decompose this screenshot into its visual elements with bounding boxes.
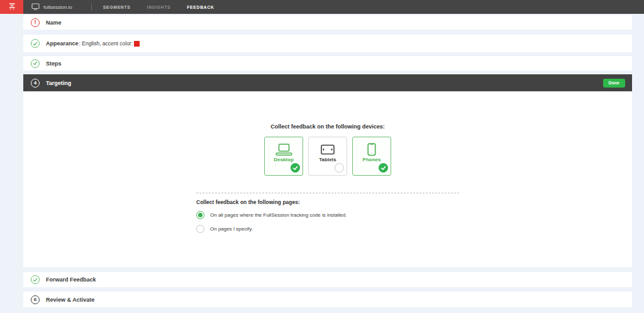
radio-unselected-icon	[196, 225, 204, 233]
step-steps-label: Steps	[46, 60, 62, 67]
radio-all-pages-label: On all pages where the FullSession track…	[210, 212, 347, 218]
desktop-icon	[275, 143, 292, 156]
targeting-panel: Collect feedback on the following device…	[23, 91, 632, 267]
app-logo[interactable]	[0, 0, 23, 14]
phone-icon	[367, 143, 376, 156]
done-button[interactable]: Done	[603, 79, 626, 88]
selected-check-icon	[379, 163, 388, 173]
step-appearance-label: Appearance	[46, 40, 79, 47]
check-circle-icon	[31, 59, 40, 68]
device-card-tablets[interactable]: Tablets	[308, 137, 347, 176]
app-window: fullsession.io SEGMENTS INSIGHTS FEEDBAC…	[0, 0, 644, 313]
section-divider	[196, 193, 459, 193]
wizard-steps: ! Name Appearance: English, accent color…	[23, 15, 632, 307]
nav-insights[interactable]: INSIGHTS	[147, 5, 171, 9]
monitor-icon	[31, 3, 40, 11]
selected-check-icon	[291, 163, 300, 173]
step-forward-feedback-label: Forward Feedback	[46, 276, 96, 283]
step-number-icon: 4	[31, 79, 40, 88]
device-card-desktop[interactable]: Desktop	[264, 137, 303, 176]
radio-specify-pages[interactable]: On pages I specify.	[196, 225, 459, 233]
nav-feedback[interactable]: FEEDBACK	[187, 5, 214, 9]
fullsession-logo-icon	[8, 1, 16, 13]
device-card-label: Tablets	[319, 157, 336, 162]
step-row-forward-feedback[interactable]: Forward Feedback	[23, 272, 632, 287]
pages-heading: Collect feedback on the following pages:	[196, 199, 459, 205]
device-card-label: Phones	[363, 157, 381, 162]
accent-color-swatch	[134, 41, 140, 47]
step-name-label: Name	[46, 20, 62, 26]
step-review-activate-label: Review & Activate	[46, 297, 94, 303]
device-card-phones[interactable]: Phones	[352, 137, 391, 176]
topbar-divider	[91, 3, 92, 11]
nav-segments[interactable]: SEGMENTS	[103, 5, 131, 9]
step-number-icon: 6	[31, 295, 40, 304]
step-row-review-activate[interactable]: 6 Review & Activate	[23, 292, 632, 307]
brand-name: fullsession.io	[43, 4, 72, 10]
topbar: fullsession.io SEGMENTS INSIGHTS FEEDBAC…	[0, 0, 644, 14]
unselected-circle-icon	[335, 163, 344, 173]
top-nav: SEGMENTS INSIGHTS FEEDBACK	[103, 0, 214, 14]
step-appearance-summary: : English, accent color:	[79, 40, 133, 47]
device-cards: Desktop	[196, 137, 459, 176]
radio-selected-icon	[196, 211, 204, 219]
check-circle-icon	[31, 275, 40, 284]
tablet-icon	[321, 143, 335, 156]
devices-heading: Collect feedback on the following device…	[196, 91, 459, 130]
step-targeting-label: Targeting	[46, 80, 71, 86]
step-row-targeting[interactable]: 4 Targeting Done	[23, 74, 632, 91]
step-row-appearance[interactable]: Appearance: English, accent color:	[23, 35, 632, 52]
step-row-steps[interactable]: Steps	[23, 56, 632, 71]
radio-all-pages[interactable]: On all pages where the FullSession track…	[196, 211, 459, 219]
check-circle-icon	[31, 39, 40, 48]
brand[interactable]: fullsession.io	[31, 0, 72, 14]
error-icon: !	[31, 18, 40, 27]
device-card-label: Desktop	[274, 157, 294, 162]
radio-specify-pages-label: On pages I specify.	[210, 226, 253, 232]
step-row-name[interactable]: ! Name	[23, 15, 632, 30]
